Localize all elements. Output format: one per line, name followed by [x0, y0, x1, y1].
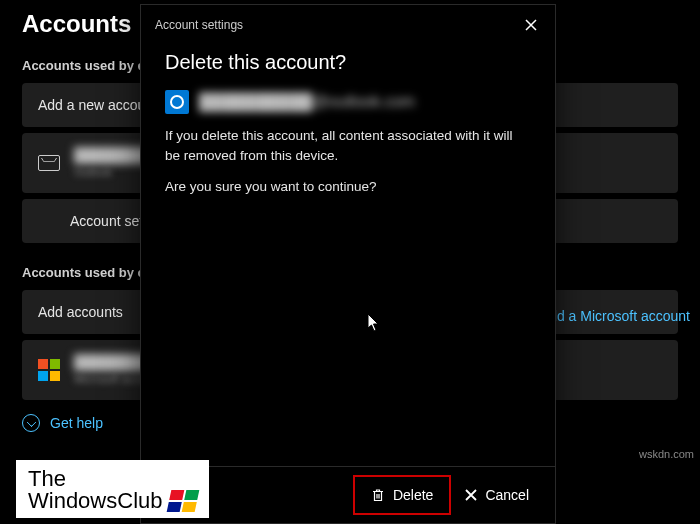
add-microsoft-account-link[interactable]: Add a Microsoft account	[540, 308, 690, 324]
delete-label: Delete	[393, 487, 433, 503]
add-accounts-label: Add accounts	[38, 304, 123, 320]
source-text: wskdn.com	[639, 448, 694, 460]
windows-flag-icon	[166, 490, 199, 512]
dialog-confirm-text: Are you sure you want to continue?	[165, 177, 531, 197]
dialog-title: Delete this account?	[165, 51, 531, 74]
delete-highlight: Delete	[353, 475, 451, 515]
cancel-label: Cancel	[485, 487, 529, 503]
account-settings-dialog: Account settings Delete this account? ██…	[140, 4, 556, 524]
close-button[interactable]	[517, 11, 545, 39]
watermark-line2: WindowsClub	[28, 490, 163, 512]
microsoft-logo-icon	[38, 359, 60, 381]
outlook-icon	[165, 90, 189, 114]
dialog-account-email: ██████████@outlook.com	[199, 93, 415, 111]
x-icon	[465, 489, 477, 501]
cancel-button[interactable]: Cancel	[451, 475, 543, 515]
mail-icon	[38, 155, 60, 171]
watermark-line1: The	[28, 468, 197, 490]
close-icon	[525, 19, 537, 31]
trash-icon	[371, 488, 385, 502]
delete-button[interactable]: Delete	[357, 479, 447, 511]
watermark: The WindowsClub	[16, 460, 209, 518]
email-account-sub: Outlook	[74, 166, 112, 178]
get-help-label: Get help	[50, 415, 103, 431]
dialog-warning-text: If you delete this account, all content …	[165, 126, 531, 165]
headset-icon	[22, 414, 40, 432]
dialog-header-title: Account settings	[155, 18, 243, 32]
